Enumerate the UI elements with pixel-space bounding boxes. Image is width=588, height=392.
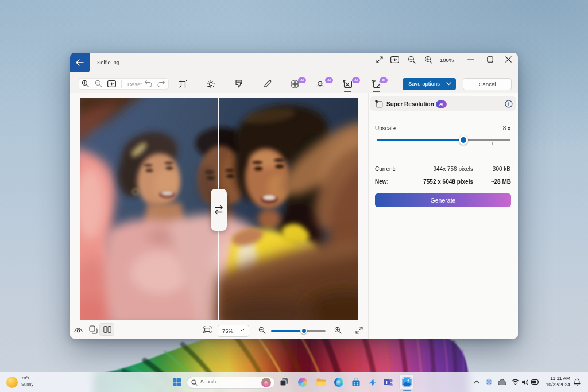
svg-text:T: T [385,379,389,385]
